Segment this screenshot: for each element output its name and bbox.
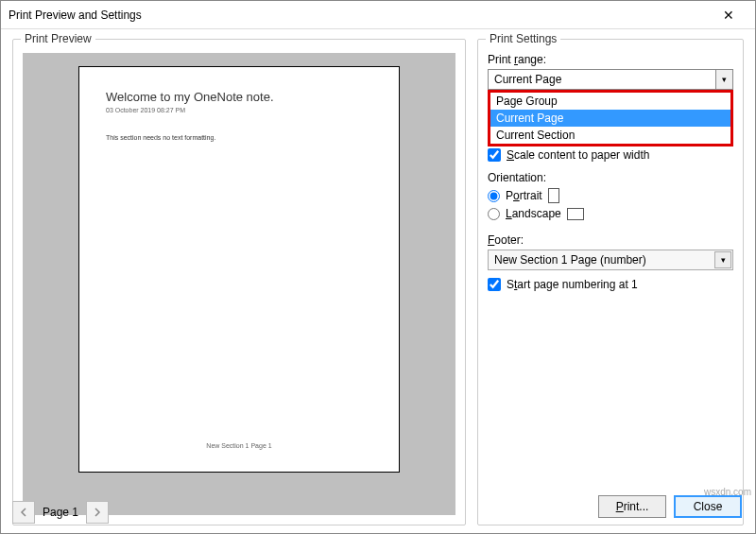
portrait-row: Portrait xyxy=(488,188,733,203)
footer-section: Footer: New Section 1 Page (number) ▾ St… xyxy=(488,233,733,291)
landscape-label: Landscape xyxy=(506,207,561,220)
portrait-icon xyxy=(548,188,559,203)
preview-canvas: Welcome to my OneNote note. 03 October 2… xyxy=(23,53,455,515)
start-numbering-row: Start page numbering at 1 xyxy=(488,278,733,291)
page-body: This section needs no text formatting. xyxy=(106,134,372,141)
chevron-down-icon[interactable]: ▾ xyxy=(715,70,732,89)
close-icon[interactable]: ✕ xyxy=(710,1,747,28)
preview-page: Welcome to my OneNote note. 03 October 2… xyxy=(78,66,400,473)
print-button[interactable]: Print... xyxy=(598,495,666,518)
print-range-dropdown: Page Group Current Page Current Section xyxy=(488,90,733,146)
chevron-down-icon[interactable]: ▾ xyxy=(714,251,731,268)
print-range-option-page-group[interactable]: Page Group xyxy=(490,93,730,110)
page-footer: New Section 1 Page 1 xyxy=(106,442,372,449)
scale-content-label: Scale content to paper width xyxy=(507,148,649,162)
print-range-option-current-section[interactable]: Current Section xyxy=(490,127,730,144)
settings-group-label: Print Settings xyxy=(486,32,560,45)
page-nav: Page 1 xyxy=(1,501,120,524)
print-range-select[interactable]: Current Page ▾ xyxy=(488,69,733,90)
prev-page-button[interactable] xyxy=(12,501,35,524)
titlebar: Print Preview and Settings ✕ xyxy=(1,1,755,29)
portrait-radio[interactable] xyxy=(488,190,500,202)
window-title: Print Preview and Settings xyxy=(9,9,710,22)
close-button[interactable]: Close xyxy=(674,495,742,518)
print-range-label: Print range: xyxy=(488,53,733,66)
page-title: Welcome to my OneNote note. xyxy=(106,90,372,104)
page-meta: 03 October 2019 08:27 PM xyxy=(106,107,372,113)
print-settings-group: Print Settings Print range: Current Page… xyxy=(477,39,744,525)
start-numbering-checkbox[interactable] xyxy=(488,278,501,291)
portrait-label: Portrait xyxy=(506,189,542,202)
start-numbering-label: Start page numbering at 1 xyxy=(507,278,638,291)
footer-select[interactable]: New Section 1 Page (number) ▾ xyxy=(488,250,733,270)
orientation-label: Orientation: xyxy=(488,171,733,184)
print-preview-group: Print Preview Welcome to my OneNote note… xyxy=(12,39,466,525)
footer-label: Footer: xyxy=(488,233,733,247)
landscape-row: Landscape xyxy=(488,207,733,220)
dialog-body: Print Preview Welcome to my OneNote note… xyxy=(1,29,755,533)
orientation-section: Orientation: Portrait Landscape xyxy=(488,171,733,220)
print-range-value: Current Page xyxy=(494,73,561,86)
footer-value: New Section 1 Page (number) xyxy=(494,253,646,267)
page-indicator: Page 1 xyxy=(43,506,78,519)
print-preview-dialog: Print Preview and Settings ✕ Print Previ… xyxy=(0,0,756,534)
arrow-left-icon xyxy=(19,508,28,517)
landscape-radio[interactable] xyxy=(488,208,500,220)
landscape-icon xyxy=(567,208,584,220)
print-range-select-wrap: Current Page ▾ Page Group Current Page C… xyxy=(488,69,733,90)
print-range-option-current-page[interactable]: Current Page xyxy=(490,110,730,127)
arrow-right-icon xyxy=(93,508,102,517)
watermark: wsxdn.com xyxy=(704,487,751,497)
preview-group-label: Print Preview xyxy=(21,32,95,45)
next-page-button[interactable] xyxy=(86,501,109,524)
scale-content-row: Scale content to paper width xyxy=(488,148,733,162)
scale-content-checkbox[interactable] xyxy=(488,148,501,162)
